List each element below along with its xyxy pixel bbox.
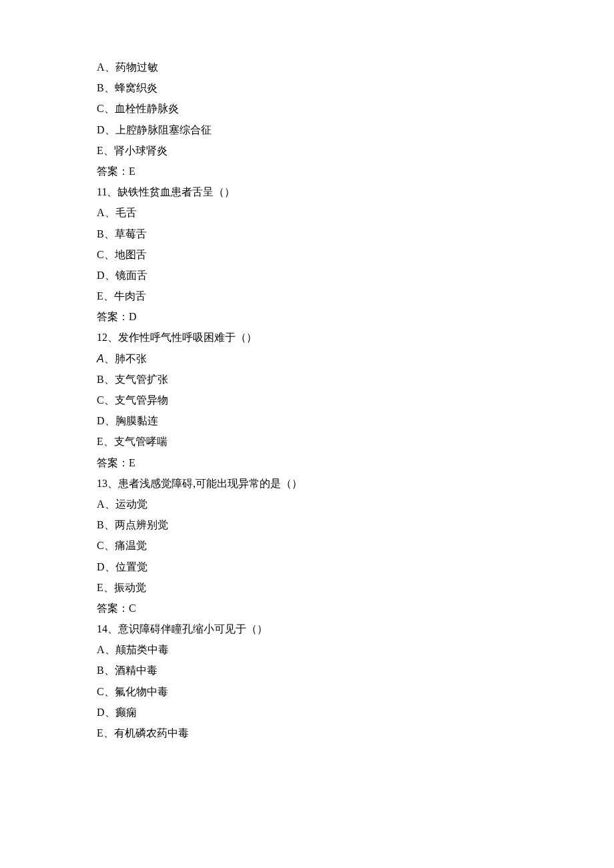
option-c: C、支气管异物 bbox=[97, 390, 587, 410]
answer-line: 答案：E bbox=[97, 161, 587, 181]
option-e: E、支气管哮喘 bbox=[97, 431, 587, 452]
question-stem: 13、患者浅感觉障碍,可能出现异常的是（） bbox=[97, 473, 587, 494]
answer-line: 答案：D bbox=[97, 306, 587, 327]
answer-line: 答案：C bbox=[97, 598, 587, 618]
answer-line: 答案：E bbox=[97, 452, 587, 473]
option-c: C、痛温觉 bbox=[97, 535, 587, 556]
option-a: A、药物过敏 bbox=[97, 57, 587, 77]
option-b: B、草莓舌 bbox=[97, 224, 587, 244]
option-b: B、支气管扩张 bbox=[97, 369, 587, 390]
option-d: D、位置觉 bbox=[97, 556, 587, 577]
option-a: A、肺不张 bbox=[97, 348, 587, 369]
option-rest: 、肺不张 bbox=[104, 353, 147, 364]
option-e: E、肾小球肾炎 bbox=[97, 140, 587, 161]
option-b: B、酒精中毒 bbox=[97, 660, 587, 681]
document-page: A、药物过敏 B、蜂窝织炎 C、血栓性静脉炎 D、上腔静脉阻塞综合征 E、肾小球… bbox=[0, 0, 614, 770]
option-b: B、蜂窝织炎 bbox=[97, 77, 587, 98]
question-stem: 12、发作性呼气性呼吸困难于（） bbox=[97, 327, 587, 348]
option-d: D、镜面舌 bbox=[97, 265, 587, 286]
option-e: E、牛肉舌 bbox=[97, 286, 587, 306]
option-c: C、地图舌 bbox=[97, 244, 587, 265]
option-a: A、颠茄类中毒 bbox=[97, 639, 587, 660]
option-a: A、运动觉 bbox=[97, 494, 587, 514]
option-c: C、氟化物中毒 bbox=[97, 681, 587, 702]
question-stem: 14、意识障碍伴瞳孔缩小可见于（） bbox=[97, 618, 587, 639]
option-d: D、胸膜黏连 bbox=[97, 410, 587, 431]
option-e: E、有机磷农药中毒 bbox=[97, 723, 587, 743]
option-prefix-italic: A bbox=[97, 353, 104, 364]
question-stem: 11、缺铁性贫血患者舌呈（） bbox=[97, 181, 587, 202]
option-a: A、毛舌 bbox=[97, 202, 587, 223]
option-c: C、血栓性静脉炎 bbox=[97, 98, 587, 119]
option-d: D、上腔静脉阻塞综合征 bbox=[97, 119, 587, 140]
option-d: D、癫痫 bbox=[97, 702, 587, 723]
option-e: E、振动觉 bbox=[97, 577, 587, 598]
option-b: B、两点辨别觉 bbox=[97, 514, 587, 535]
